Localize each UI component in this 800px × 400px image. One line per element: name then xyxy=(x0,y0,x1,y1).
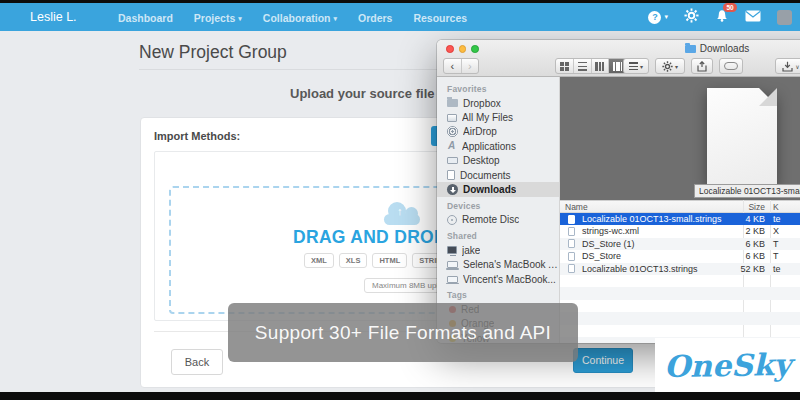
file-list: Localizable 01OCT13-small.strings4 KBtes… xyxy=(560,213,800,343)
file-row[interactable]: Localizable 01OCT13.strings52 KBte xyxy=(560,263,800,275)
continue-button[interactable]: Continue xyxy=(573,348,633,373)
file-size: 6 KB xyxy=(710,251,765,261)
sidebar-item-label: Remote Disc xyxy=(462,214,519,225)
nav-item-collaboration[interactable]: Collaboration▾ xyxy=(263,12,337,24)
file-kind: T xyxy=(773,239,779,249)
sidebar-section-header: Favorites xyxy=(437,80,559,96)
column-header-size[interactable]: Size xyxy=(710,202,765,212)
sidebar-item-label: jake xyxy=(462,245,480,256)
file-name: DS_Store (1) xyxy=(582,239,635,249)
file-row[interactable]: DS_Store (1)6 KBT xyxy=(560,238,800,250)
sidebar-item-downloads[interactable]: Downloads xyxy=(437,182,559,196)
nav-items: DashboardProjects▾Collaboration▾OrdersRe… xyxy=(118,12,467,24)
sidebar-item-jake[interactable]: jake xyxy=(437,243,559,257)
column-header-kind[interactable]: K xyxy=(773,202,779,212)
sidebar-item-label: Selena's MacBook Air xyxy=(463,259,559,270)
document-icon xyxy=(447,170,455,180)
tags-button[interactable] xyxy=(719,58,743,74)
sidebar-item-label: Documents xyxy=(460,170,511,181)
empty-row xyxy=(560,275,800,287)
sidebar-item-applications[interactable]: Applications xyxy=(437,139,559,153)
empty-row xyxy=(560,287,800,299)
sidebar-item-all-my-files[interactable]: All My Files xyxy=(437,110,559,124)
sidebar-item-label: Desktop xyxy=(463,155,500,166)
file-name: DS_Store xyxy=(582,251,621,261)
action-menu-button[interactable]: ▾ xyxy=(655,58,685,74)
forward-arrow-icon[interactable]: › xyxy=(462,59,479,73)
tag-oval-icon xyxy=(724,62,738,70)
settings-button[interactable] xyxy=(684,8,699,27)
folder-icon xyxy=(685,45,696,53)
nav-item-resources[interactable]: Resources xyxy=(413,12,467,24)
back-button[interactable]: Back xyxy=(171,349,223,375)
finder-titlebar: Downloads ‹ › ▾ xyxy=(437,40,800,77)
download-menu-button[interactable]: ∨ xyxy=(775,58,800,74)
sidebar-item-documents[interactable]: Documents xyxy=(437,168,559,182)
avatar[interactable] xyxy=(777,10,792,25)
airdrop-icon xyxy=(447,126,458,137)
sidebar-item-airdrop[interactable]: AirDrop xyxy=(437,125,559,139)
desktop-icon xyxy=(447,157,458,164)
sidebar-item-selena-s-macbook-air[interactable]: Selena's MacBook Air xyxy=(437,258,559,272)
sidebar-item-label: Dropbox xyxy=(463,98,501,109)
navbar-actions: ? ▾ 50 xyxy=(648,3,792,31)
file-row[interactable]: DS_Store6 KBT xyxy=(560,250,800,262)
sidebar-item-label: Applications xyxy=(462,141,516,152)
format-badge: XLS xyxy=(339,253,368,268)
file-kind: T xyxy=(773,251,779,261)
chevron-down-icon: ∨ xyxy=(795,63,799,70)
arrange-icon xyxy=(629,62,638,70)
back-arrow-icon[interactable]: ‹ xyxy=(444,59,462,73)
file-row[interactable]: Localizable 01OCT13-small.strings4 KBte xyxy=(560,213,800,225)
column-view-button[interactable] xyxy=(592,59,610,73)
help-menu[interactable]: ? ▾ xyxy=(648,11,668,24)
chevron-down-icon: ▾ xyxy=(664,13,668,21)
document-preview-icon[interactable] xyxy=(707,88,777,184)
arrange-menu-button[interactable]: ▾ xyxy=(623,58,649,74)
files-icon xyxy=(447,114,457,122)
coverflow-view-icon xyxy=(613,62,622,71)
nav-item-projects[interactable]: Projects▾ xyxy=(194,12,242,24)
chevron-down-icon: ▾ xyxy=(238,15,242,22)
computer-icon xyxy=(447,246,457,254)
file-size: 4 KB xyxy=(710,214,765,224)
file-size: 6 KB xyxy=(710,239,765,249)
onesky-logo: OneSky xyxy=(664,346,792,383)
file-row[interactable]: strings-wc.xml2 KBX xyxy=(560,225,800,237)
file-icon xyxy=(568,239,575,248)
sidebar-section-header: Tags xyxy=(437,286,559,302)
envelope-icon xyxy=(745,10,761,22)
sidebar-item-desktop[interactable]: Desktop xyxy=(437,154,559,168)
list-view-button[interactable] xyxy=(574,59,592,73)
file-icon xyxy=(568,252,575,261)
sidebar-item-remote-disc[interactable]: Remote Disc xyxy=(437,213,559,227)
icon-view-button[interactable] xyxy=(556,59,574,73)
downloads-icon xyxy=(447,184,458,195)
messages-button[interactable] xyxy=(745,8,761,26)
file-kind: te xyxy=(773,264,781,274)
disc-icon xyxy=(447,215,457,225)
file-list-header: Name Size K xyxy=(560,200,800,213)
empty-row xyxy=(560,325,800,337)
notifications-button[interactable]: 50 xyxy=(715,8,729,26)
file-icon xyxy=(568,264,575,273)
gear-icon xyxy=(662,61,673,72)
sidebar-item-dropbox[interactable]: Dropbox xyxy=(437,96,559,110)
format-badge: HTML xyxy=(372,253,407,268)
share-button[interactable] xyxy=(691,58,713,74)
caption-banner: Support 30+ File Formats and API xyxy=(228,303,578,362)
nav-item-orders[interactable]: Orders xyxy=(358,12,392,24)
history-buttons: ‹ › xyxy=(443,58,479,74)
file-name: Localizable 01OCT13-small.strings xyxy=(582,214,722,224)
coverflow-preview xyxy=(560,77,800,200)
user-menu[interactable]: Leslie L. xyxy=(30,10,77,24)
file-name: strings-wc.xml xyxy=(582,226,639,236)
nav-item-dashboard[interactable]: Dashboard xyxy=(118,12,173,24)
file-kind: te xyxy=(773,214,781,224)
gear-icon xyxy=(684,8,699,23)
list-view-icon xyxy=(578,62,587,71)
column-header-name[interactable]: Name xyxy=(565,202,588,212)
sidebar-item-vincent-s-macbook-[interactable]: Vincent's MacBook... xyxy=(437,272,559,286)
laptop-icon xyxy=(447,276,458,283)
share-icon xyxy=(697,61,707,72)
